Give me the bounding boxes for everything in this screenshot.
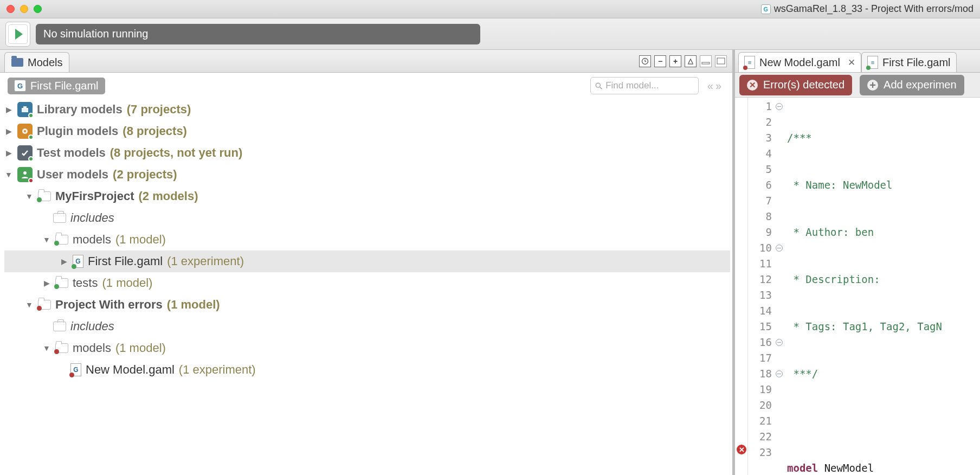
- errors-detected-button[interactable]: ✕ Error(s) detected: [739, 75, 852, 95]
- code-span: NewModel: [818, 462, 874, 474]
- toolbar-min-button[interactable]: [700, 55, 712, 67]
- editor-tab-newmodel[interactable]: ≡ New Model.gaml ✕: [738, 52, 861, 72]
- tree-category-user[interactable]: User models (2 projects): [4, 164, 730, 185]
- svg-line-4: [600, 87, 602, 89]
- collapse-icon[interactable]: [4, 170, 13, 179]
- gaml-file-icon: G: [73, 255, 83, 268]
- fold-marker-icon[interactable]: [776, 339, 783, 346]
- line-number: 13: [748, 287, 774, 303]
- line-number: 2: [748, 114, 774, 130]
- line-number: 10: [748, 240, 774, 256]
- main-toolbar: No simulation running: [0, 18, 980, 50]
- window-title-text: wsGamaRel_1.8_33 - Project With errors/m…: [774, 3, 973, 15]
- app-icon: G: [761, 4, 771, 14]
- line-number: 14: [748, 303, 774, 319]
- code-span: * Tags: Tag1, Tag2, TagN: [787, 320, 942, 332]
- collapse-icon[interactable]: [25, 192, 34, 201]
- close-tab-button[interactable]: ✕: [848, 57, 855, 68]
- add-experiment-button[interactable]: + Add experimen: [860, 75, 964, 95]
- tree-count: (1 experiment): [167, 254, 244, 268]
- expand-icon[interactable]: [42, 279, 51, 287]
- fold-marker-icon[interactable]: [776, 370, 783, 377]
- minimize-window-button[interactable]: [20, 5, 28, 13]
- tree-label: User models: [37, 168, 108, 182]
- expand-icon[interactable]: [4, 149, 13, 157]
- tree-label: Plugin models: [37, 124, 118, 138]
- code-span: ***/: [787, 368, 818, 380]
- run-button[interactable]: [5, 22, 30, 47]
- collapse-icon[interactable]: [42, 344, 51, 352]
- line-number: 16: [748, 335, 774, 350]
- gaml-file-icon: ≡: [744, 56, 755, 69]
- tree-label: First File.gaml: [88, 254, 163, 268]
- close-window-button[interactable]: [7, 5, 15, 13]
- line-number: 1: [748, 99, 774, 114]
- gaml-file-icon: ≡: [867, 56, 878, 69]
- model-search-input[interactable]: [605, 80, 694, 91]
- tree-project-myfirsproject[interactable]: MyFirsProject (2 models): [4, 185, 730, 207]
- line-number: 6: [748, 177, 774, 193]
- collapse-icon[interactable]: [42, 235, 51, 244]
- folder-icon: [11, 58, 23, 67]
- current-file-crumb[interactable]: G First File.gaml: [8, 78, 105, 94]
- tree-folder-includes[interactable]: includes: [4, 207, 730, 229]
- tree-category-test[interactable]: Test models (8 projects, not yet run): [4, 142, 730, 164]
- includes-icon: [53, 322, 66, 331]
- tree-label: New Model.gaml: [86, 363, 175, 377]
- collapse-icon[interactable]: [25, 300, 34, 309]
- line-number: 4: [748, 146, 774, 162]
- line-number: 22: [748, 429, 774, 445]
- expand-icon[interactable]: [4, 127, 13, 136]
- add-experiment-label: Add experimen: [884, 79, 957, 91]
- titlebar: G wsGamaRel_1.8_33 - Project With errors…: [0, 0, 980, 18]
- toolbar-link-button[interactable]: [685, 55, 697, 67]
- code-span: model: [787, 462, 818, 474]
- play-icon: [15, 29, 23, 40]
- models-tree[interactable]: Library models (7 projects) Plugin model…: [0, 97, 732, 475]
- code-editor[interactable]: ✕ 1 2 3 4 5 6 7 8 9 10 11 12 13 14: [735, 98, 980, 475]
- tree-folder-models-2[interactable]: models (1 model): [4, 337, 730, 359]
- code-span: [784, 413, 980, 429]
- line-number: 21: [748, 413, 774, 429]
- models-view-tab-label: Models: [28, 56, 62, 69]
- fold-marker-icon[interactable]: [776, 103, 783, 110]
- svg-point-8: [24, 130, 26, 132]
- tree-folder-tests[interactable]: tests (1 model): [4, 272, 730, 294]
- fold-marker-icon[interactable]: [776, 245, 783, 252]
- tree-file-newmodel[interactable]: G New Model.gaml (1 experiment): [4, 359, 730, 381]
- toolbar-history-button[interactable]: [639, 55, 651, 67]
- user-icon: [17, 167, 33, 182]
- test-icon: [17, 145, 33, 161]
- code-text[interactable]: /*** * Name: NewModel * Author: ben * De…: [784, 98, 980, 475]
- tree-file-firstfile[interactable]: G First File.gaml (1 experiment): [4, 251, 730, 272]
- tree-project-witherrors[interactable]: Project With errors (1 model): [4, 294, 730, 316]
- tree-count: (1 model): [115, 233, 166, 247]
- toolbar-expand-button[interactable]: +: [669, 55, 681, 67]
- code-span: * Name: NewModel: [787, 179, 892, 191]
- editor-tab-firstfile[interactable]: ≡ First File.gaml: [861, 52, 957, 72]
- nav-prev-button[interactable]: «: [707, 80, 713, 92]
- line-number: 12: [748, 272, 774, 287]
- zoom-window-button[interactable]: [34, 5, 42, 13]
- nav-next-button[interactable]: »: [715, 80, 721, 92]
- models-view-tab[interactable]: Models: [4, 52, 69, 72]
- line-number: 19: [748, 382, 774, 397]
- expand-icon[interactable]: [4, 105, 13, 114]
- tree-label: MyFirsProject: [55, 189, 134, 203]
- navigator-toolbar: − +: [639, 50, 727, 72]
- tree-category-library[interactable]: Library models (7 projects): [4, 99, 730, 120]
- toolbar-collapse-button[interactable]: −: [654, 55, 666, 67]
- model-search[interactable]: [590, 77, 699, 94]
- tree-count: (2 models): [139, 189, 198, 203]
- expand-icon[interactable]: [60, 257, 68, 266]
- editor-tab-label: New Model.gaml: [759, 56, 840, 69]
- current-file-crumb-label: First File.gaml: [30, 80, 99, 92]
- traffic-lights: [7, 5, 42, 13]
- tree-folder-includes-2[interactable]: includes: [4, 316, 730, 337]
- tree-folder-models[interactable]: models (1 model): [4, 229, 730, 251]
- line-number: 8: [748, 209, 774, 224]
- line-number: 7: [748, 193, 774, 209]
- tree-category-plugin[interactable]: Plugin models (8 projects): [4, 120, 730, 142]
- toolbar-max-button[interactable]: [715, 55, 727, 67]
- error-marker-icon[interactable]: ✕: [737, 445, 746, 454]
